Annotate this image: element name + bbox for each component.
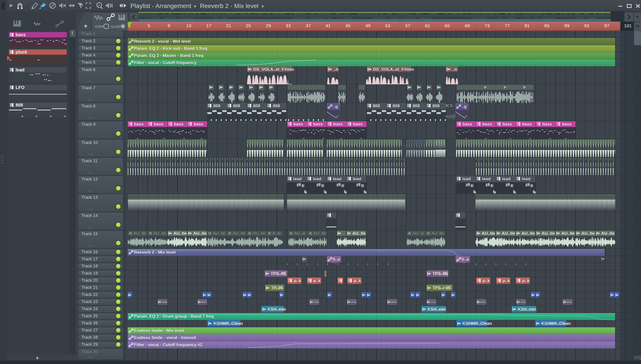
svg-text:SLIDE: SLIDE [111,25,120,28]
svg-text:STEP: STEP [95,25,104,28]
